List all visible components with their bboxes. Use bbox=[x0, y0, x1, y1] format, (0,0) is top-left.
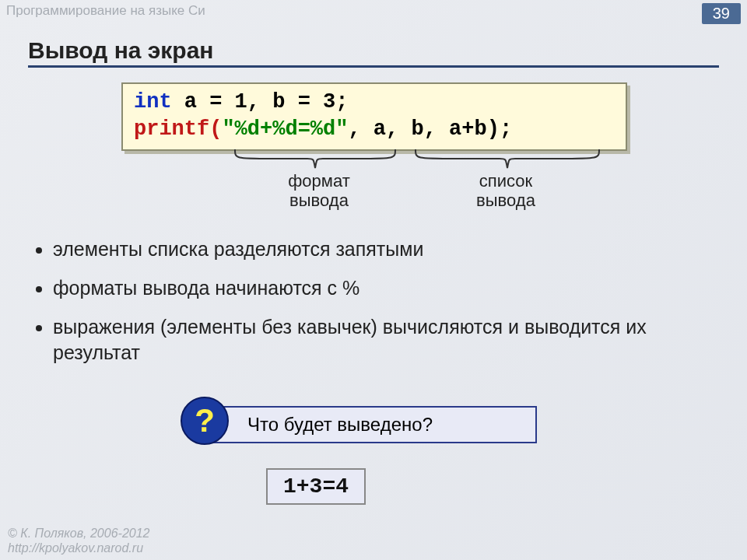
label-format: формат вывода bbox=[272, 171, 366, 211]
question-mark-icon: ? bbox=[181, 397, 229, 445]
bullet-item: форматы вывода начинаются с % bbox=[53, 275, 719, 302]
footer-author: © К. Поляков, 2006-2012 bbox=[8, 526, 149, 541]
bullet-list: элементы списка разделяются запятыми фор… bbox=[34, 236, 719, 379]
code-line1-rest: a = 1, b = 3; bbox=[172, 90, 349, 114]
page-number: 39 bbox=[702, 3, 741, 24]
label-format-l2: вывода bbox=[289, 191, 349, 210]
label-list-l2: вывода bbox=[476, 191, 535, 210]
label-list-l1: список bbox=[479, 171, 532, 191]
footer: © К. Поляков, 2006-2012 http://kpolyakov… bbox=[8, 526, 149, 555]
label-list: список вывода bbox=[459, 171, 552, 211]
keyword-int: int bbox=[134, 90, 172, 114]
question-text: Что будет выведено? bbox=[247, 414, 433, 436]
code-line-2: printf("%d+%d=%d", a, b, a+b); bbox=[134, 116, 615, 143]
slide-title: Вывод на экран bbox=[28, 37, 719, 68]
code-line-1: int a = 1, b = 3; bbox=[134, 89, 615, 116]
footer-url: http://kpolyakov.narod.ru bbox=[8, 541, 149, 555]
code-args: , a, b, a+b); bbox=[348, 117, 512, 141]
code-box: int a = 1, b = 3; printf("%d+%d=%d", a, … bbox=[121, 82, 627, 151]
bullet-item: выражения (элементы без кавычек) вычисля… bbox=[53, 314, 719, 367]
brace-format-icon bbox=[233, 148, 397, 170]
bullet-item: элементы списка разделяются запятыми bbox=[53, 236, 719, 263]
brace-list-icon bbox=[414, 148, 601, 170]
course-label: Программирование на языке Си bbox=[6, 3, 205, 24]
answer-box: 1+3=4 bbox=[266, 468, 366, 505]
format-string: "%d+%d=%d" bbox=[222, 117, 348, 141]
label-format-l1: формат bbox=[288, 171, 350, 191]
question-box: Что будет выведено? bbox=[202, 406, 537, 443]
func-printf: printf( bbox=[134, 117, 222, 141]
header-bar: Программирование на языке Си 39 bbox=[6, 3, 741, 24]
